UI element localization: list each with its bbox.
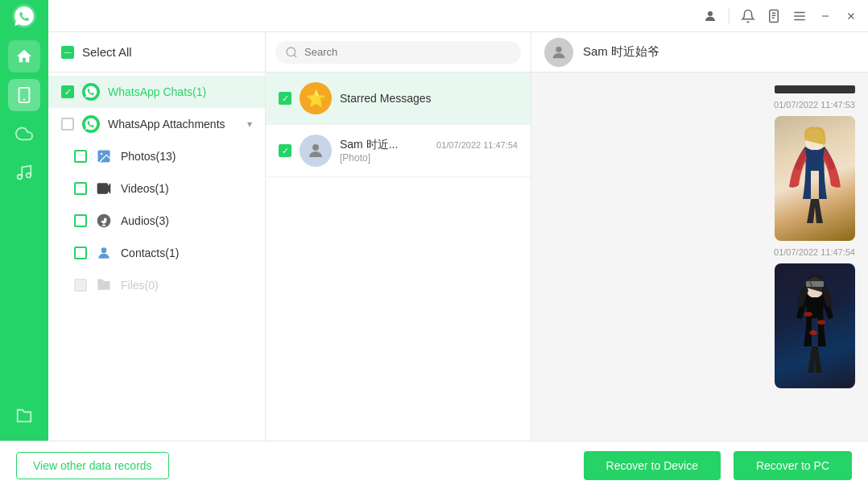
left-nav xyxy=(0,32,48,441)
sidebar-item-whatsapp-chats[interactable]: WhatsApp Chats(1) xyxy=(48,76,265,108)
whatsapp-chats-checkbox[interactable] xyxy=(61,85,74,98)
app-logo-area xyxy=(0,0,48,32)
dark-scroll-indicator xyxy=(775,85,855,93)
middle-panel: ⭐ Starred Messages Sam 时近... 01/07/2022 … xyxy=(266,32,531,441)
svg-point-33 xyxy=(817,320,825,325)
anime-char-2-svg xyxy=(783,270,847,383)
search-bar xyxy=(266,32,531,73)
select-all-label: Select All xyxy=(82,45,252,59)
svg-point-26 xyxy=(287,48,296,56)
whatsapp-chats-label: WhatsApp Chats(1) xyxy=(108,85,252,98)
search-icon xyxy=(285,46,298,59)
contacts-label: Contacts(1) xyxy=(121,247,252,259)
files-label: Files(0) xyxy=(121,279,252,292)
svg-point-32 xyxy=(804,312,812,317)
sidebar-item-videos[interactable]: Videos(1) xyxy=(48,172,265,205)
sidebar-item-list: WhatsApp Chats(1) WhatsApp Attachments ▾ xyxy=(48,73,265,441)
recover-to-device-button[interactable]: Recover to Device xyxy=(584,451,721,480)
svg-point-19 xyxy=(101,153,103,155)
contact-name: Sam 时近始爷 xyxy=(583,44,659,60)
starred-messages-item[interactable]: ⭐ Starred Messages xyxy=(266,73,531,125)
whatsapp-chats-icon xyxy=(82,83,100,101)
user-profile-icon[interactable] xyxy=(703,9,717,23)
whatsapp-attachments-label: WhatsApp Attachments xyxy=(108,118,239,131)
sidebar-item-files[interactable]: Files(0) xyxy=(48,269,265,301)
right-panel: Sam 时近始爷 01/07/2022 11:47:53 xyxy=(531,32,868,441)
svg-point-14 xyxy=(18,175,23,180)
audios-checkbox[interactable] xyxy=(74,214,87,227)
document-icon[interactable] xyxy=(767,9,781,23)
svg-point-1 xyxy=(708,11,713,16)
view-other-data-button[interactable]: View other data records xyxy=(16,452,169,479)
whatsapp-attachments-checkbox[interactable] xyxy=(61,118,74,131)
audios-icon xyxy=(95,212,113,230)
photos-checkbox[interactable] xyxy=(74,150,87,163)
title-bar xyxy=(0,0,868,32)
svg-point-25 xyxy=(101,247,107,253)
message-image-2 xyxy=(775,263,855,388)
contact-avatar xyxy=(544,38,573,67)
whatsapp-attachments-icon xyxy=(82,115,100,133)
minimize-icon[interactable] xyxy=(818,9,833,23)
search-input[interactable] xyxy=(304,46,511,58)
sam-chat-name: Sam 时近... xyxy=(340,138,398,152)
sidebar-item-audios[interactable]: Audios(3) xyxy=(48,205,265,237)
sam-chat-item[interactable]: Sam 时近... 01/07/2022 11:47:54 [Photo] xyxy=(266,125,531,177)
star-badge-icon: ⭐ xyxy=(300,82,332,114)
main-layout: Select All WhatsApp Chats(1) xyxy=(0,32,868,441)
sam-chat-checkbox[interactable] xyxy=(279,144,291,157)
close-icon[interactable] xyxy=(844,9,858,23)
bell-icon[interactable] xyxy=(741,9,755,23)
starred-messages-label: Starred Messages xyxy=(340,92,518,105)
footer: View other data records Recover to Devic… xyxy=(0,441,868,489)
svg-point-15 xyxy=(27,173,31,178)
nav-music-icon[interactable] xyxy=(8,156,40,189)
svg-rect-20 xyxy=(97,183,108,193)
contacts-checkbox[interactable] xyxy=(74,247,87,259)
sidebar: Select All WhatsApp Chats(1) xyxy=(48,32,266,441)
nav-cloud-icon[interactable] xyxy=(8,118,40,150)
svg-point-28 xyxy=(312,144,319,151)
videos-label: Videos(1) xyxy=(121,182,252,195)
select-all-row[interactable]: Select All xyxy=(48,32,265,73)
svg-line-27 xyxy=(294,55,296,57)
right-header: Sam 时近始爷 xyxy=(531,32,868,73)
svg-rect-35 xyxy=(806,281,824,287)
sidebar-item-whatsapp-attachments[interactable]: WhatsApp Attachments ▾ xyxy=(48,108,265,140)
anime-char-1-svg xyxy=(783,122,847,235)
starred-messages-info: Starred Messages xyxy=(340,92,518,105)
message-image-1 xyxy=(775,116,855,241)
message-timestamp-1: 01/07/2022 11:47:53 xyxy=(544,100,855,110)
audios-label: Audios(3) xyxy=(121,214,252,227)
files-icon xyxy=(95,276,113,294)
photos-icon xyxy=(95,147,113,165)
window-controls xyxy=(703,8,858,24)
starred-messages-checkbox[interactable] xyxy=(279,92,291,105)
message-area: 01/07/2022 11:47:53 xyxy=(531,73,868,441)
divider xyxy=(729,8,730,24)
sidebar-item-photos[interactable]: Photos(13) xyxy=(48,140,265,172)
contacts-icon xyxy=(95,244,113,262)
whatsapp-logo-icon xyxy=(11,3,37,29)
nav-home-icon[interactable] xyxy=(8,40,40,73)
videos-icon xyxy=(95,180,113,197)
chat-list: ⭐ Starred Messages Sam 时近... 01/07/2022 … xyxy=(266,73,531,441)
recover-to-pc-button[interactable]: Recover to PC xyxy=(734,451,852,480)
expand-arrow-icon: ▾ xyxy=(247,118,252,130)
sam-chat-info: Sam 时近... 01/07/2022 11:47:54 [Photo] xyxy=(340,138,518,164)
svg-point-29 xyxy=(556,46,561,52)
menu-icon[interactable] xyxy=(792,9,807,23)
photos-label: Photos(13) xyxy=(121,150,252,163)
sidebar-item-contacts[interactable]: Contacts(1) xyxy=(48,237,265,269)
videos-checkbox[interactable] xyxy=(74,182,87,195)
select-all-checkbox[interactable] xyxy=(61,46,74,59)
sam-avatar xyxy=(300,135,332,167)
files-checkbox[interactable] xyxy=(74,279,87,292)
message-timestamp-2: 01/07/2022 11:47:54 xyxy=(544,247,855,257)
search-input-wrap[interactable] xyxy=(275,41,521,64)
svg-point-34 xyxy=(809,330,817,335)
sam-chat-time: 01/07/2022 11:47:54 xyxy=(436,140,518,150)
nav-device-icon[interactable] xyxy=(8,79,40,111)
nav-files-icon[interactable] xyxy=(8,400,40,433)
sam-chat-preview: [Photo] xyxy=(340,152,518,164)
